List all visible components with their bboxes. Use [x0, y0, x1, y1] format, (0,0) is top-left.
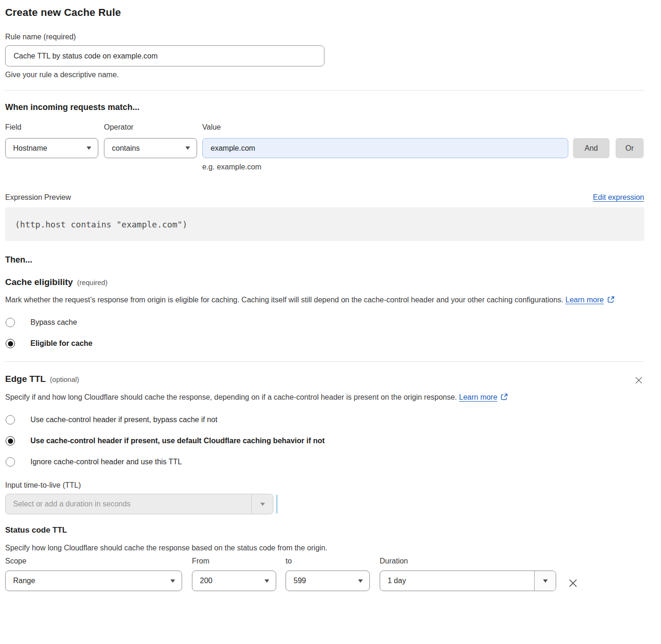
field-select-value: Hostname: [13, 144, 47, 153]
from-select[interactable]: 200: [192, 571, 276, 591]
expression-code-block: (http.host contains "example.com"): [5, 207, 644, 241]
duration-select-value: 1 day: [380, 571, 534, 591]
radio-icon: [6, 415, 15, 424]
operator-select[interactable]: contains: [104, 138, 197, 158]
cache-eligibility-description: Mark whether the request’s response from…: [5, 293, 635, 307]
status-code-ttl-heading: Status code TTL: [5, 526, 644, 535]
to-label: to: [286, 556, 370, 566]
edge-ttl-header: Edge TTL (optional): [5, 374, 644, 387]
optional-tag: (optional): [50, 375, 80, 383]
radio-icon: [6, 318, 15, 327]
scope-label: Scope: [5, 556, 182, 566]
and-button[interactable]: And: [573, 138, 610, 158]
chevron-down-icon: [170, 579, 175, 583]
ttl-select-placeholder: Select or add a duration in seconds: [6, 494, 251, 514]
chevron-down-icon: [185, 146, 190, 150]
value-input[interactable]: [202, 138, 568, 158]
then-heading: Then...: [5, 255, 644, 265]
status-row-delete-button[interactable]: [566, 577, 580, 591]
edge-ttl-options: Use cache-control header if present, byp…: [5, 415, 644, 467]
duration-select[interactable]: 1 day: [380, 571, 556, 591]
external-link-icon: [500, 392, 508, 405]
radio-ignore-header-use-ttl[interactable]: Ignore cache-control header and use this…: [5, 457, 644, 467]
edge-ttl-heading: Edge TTL: [5, 374, 46, 384]
chevron-down-icon: [358, 579, 363, 583]
rule-name-label: Rule name (required): [5, 32, 644, 42]
ttl-duration-select[interactable]: Select or add a duration in seconds: [5, 494, 273, 514]
scope-select[interactable]: Range: [5, 571, 182, 591]
field-select[interactable]: Hostname: [5, 138, 98, 158]
expression-code: (http.host contains "example.com"): [15, 220, 187, 229]
section-divider: [5, 90, 644, 91]
status-code-ttl-description: Specify how long Cloudflare should cache…: [5, 542, 644, 554]
from-label: From: [192, 556, 276, 566]
expression-preview-label: Expression Preview: [5, 193, 71, 202]
cache-eligibility-options: Bypass cache Eligible for cache: [5, 318, 644, 348]
focus-indicator: [276, 495, 278, 513]
match-section-heading: When incoming requests match...: [5, 102, 644, 112]
chevron-down-icon: [260, 503, 265, 506]
ttl-input-label: Input time-to-live (TTL): [5, 481, 644, 490]
match-condition-row: Field Hostname Operator contains Value e…: [5, 123, 644, 172]
radio-eligible-for-cache[interactable]: Eligible for cache: [5, 339, 644, 348]
close-icon: [634, 379, 643, 386]
field-label: Field: [5, 123, 98, 132]
radio-icon: [6, 339, 15, 348]
operator-select-value: contains: [112, 144, 140, 153]
radio-icon: [6, 436, 15, 446]
cache-eligibility-heading: Cache eligibility: [5, 277, 73, 287]
operator-label: Operator: [104, 123, 197, 132]
radio-use-header-bypass[interactable]: Use cache-control header if present, byp…: [5, 415, 644, 424]
rule-name-helper: Give your rule a descriptive name.: [5, 70, 644, 80]
status-code-ttl-row: Scope Range From 200 to 599 Duration 1 d…: [5, 556, 644, 591]
learn-more-link[interactable]: Learn more: [459, 393, 498, 401]
close-icon: [567, 583, 579, 590]
to-select[interactable]: 599: [286, 571, 370, 591]
external-link-icon: [607, 294, 615, 307]
required-tag: (required): [77, 278, 108, 286]
expression-preview-header: Expression Preview Edit expression: [5, 193, 644, 202]
duration-label: Duration: [380, 556, 556, 566]
chevron-down-icon: [264, 579, 269, 583]
value-helper: e.g. example.com: [202, 162, 568, 172]
scope-select-value: Range: [13, 577, 35, 585]
radio-use-header-default[interactable]: Use cache-control header if present, use…: [5, 436, 644, 446]
radio-bypass-cache[interactable]: Bypass cache: [5, 318, 644, 327]
rule-name-input[interactable]: [5, 45, 324, 66]
section-divider: [5, 361, 644, 362]
learn-more-link[interactable]: Learn more: [566, 296, 604, 304]
value-label: Value: [202, 123, 568, 132]
edge-ttl-description: Specify if and how long Cloudflare shoul…: [5, 391, 520, 405]
chevron-down-icon: [87, 146, 91, 150]
to-select-value: 599: [294, 577, 306, 585]
chevron-down-icon: [543, 579, 548, 583]
cache-eligibility-header: Cache eligibility (required): [5, 277, 644, 287]
edge-ttl-close-button[interactable]: [633, 375, 644, 387]
radio-icon: [6, 457, 15, 467]
create-cache-rule-form: Create new Cache Rule Rule name (require…: [0, 0, 661, 591]
page-title: Create new Cache Rule: [5, 7, 644, 19]
or-button[interactable]: Or: [616, 138, 644, 158]
duration-caret-zone[interactable]: [534, 571, 556, 591]
from-select-value: 200: [200, 577, 213, 585]
edit-expression-link[interactable]: Edit expression: [593, 193, 644, 202]
ttl-select-caret-zone[interactable]: [251, 494, 273, 514]
